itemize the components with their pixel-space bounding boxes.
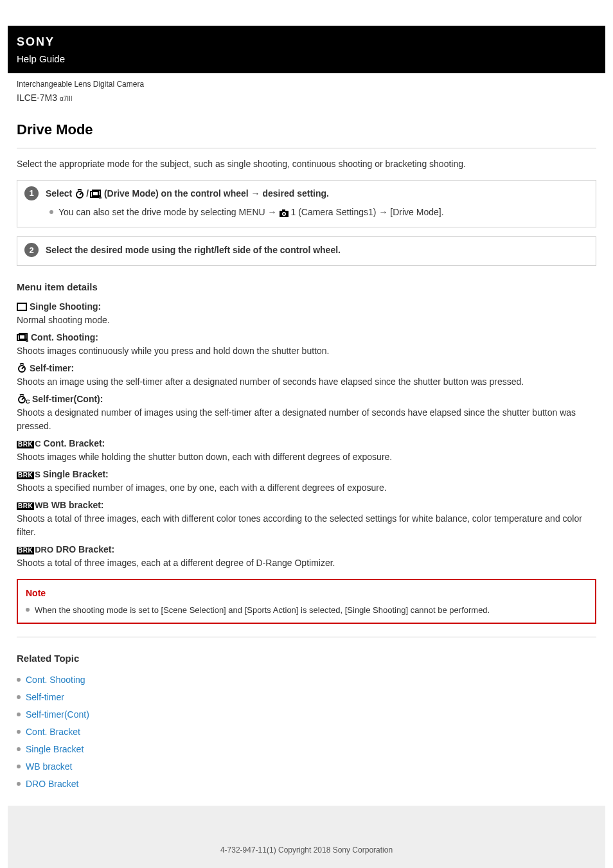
bullet-dot: [17, 713, 21, 716]
divider: [17, 637, 596, 637]
related-link-dro-bracket[interactable]: DRO Bracket: [26, 777, 78, 791]
mode-cont-shooting-desc: Shoots images continuously while you pre…: [17, 344, 596, 358]
bullet-dot: [26, 608, 30, 612]
mode-self-timer: Self-timer: Shoots an image using the se…: [17, 362, 596, 389]
step-1-sub-suffix: (Camera Settings1) → [Drive Mode].: [298, 207, 443, 217]
single-shooting-icon: [17, 303, 27, 311]
bullet-dot: [17, 782, 21, 786]
help-guide-label: Help Guide: [17, 53, 65, 64]
step-1-title-suffix: (Drive Mode) on the control wheel → desi…: [104, 188, 329, 199]
footer-spacer: [8, 806, 605, 831]
brk-badge: BRK: [17, 502, 34, 510]
mode-dro-bracket-name: DRO Bracket:: [56, 543, 114, 556]
footer: 4-732-947-11(1) Copyright 2018 Sony Corp…: [8, 831, 605, 868]
list-item: Self-timer: [17, 689, 596, 706]
product-model-sub: α7III: [60, 95, 73, 102]
related-link-cont-bracket[interactable]: Cont. Bracket: [26, 725, 80, 739]
brk-suffix-s: S: [35, 470, 40, 479]
self-timer-icon: [75, 189, 85, 199]
mode-single-bracket-desc: Shoots a specified number of images, one…: [17, 481, 596, 495]
list-item: WB bracket: [17, 758, 596, 775]
mode-dro-bracket: BRKDRO DRO Bracket: Shoots a total of th…: [17, 543, 596, 570]
step-2-box: 2 Select the desired mode using the righ…: [17, 236, 596, 266]
step-1-box: 1 Select /: [17, 180, 596, 228]
slash-separator: /: [86, 187, 89, 200]
drive-mode-icon-group: /: [75, 187, 102, 200]
mode-self-timer-cont-name: Self-timer(Cont):: [32, 393, 103, 406]
brk-badge: BRK: [17, 547, 34, 554]
list-item: Cont. Shooting: [17, 671, 596, 689]
mode-cont-shooting-name: Cont. Shooting:: [31, 331, 98, 344]
svg-rect-9: [17, 303, 26, 310]
cont-shooting-icon: [90, 190, 102, 199]
mode-wb-bracket-name: WB bracket:: [51, 499, 104, 512]
list-item: Cont. Bracket: [17, 723, 596, 741]
bullet-dot: [17, 695, 21, 699]
product-model-code: ILCE-7M3: [17, 93, 57, 103]
footer-text: 4-732-947-11(1) Copyright 2018 Sony Corp…: [220, 846, 393, 855]
brk-suffix-c: C: [35, 439, 40, 448]
related-link-single-bracket[interactable]: Single Bracket: [26, 743, 84, 756]
mode-self-timer-cont-desc: Shoots a designated number of images usi…: [17, 406, 596, 433]
step-2-title: Select the desired mode using the right/…: [46, 244, 588, 257]
brk-suffix-wb: WB: [35, 500, 49, 510]
brk-s-icon: BRKS: [17, 468, 40, 481]
step-1-title-prefix: Select: [46, 188, 75, 199]
mode-wb-bracket-desc: Shoots a total of three images, each wit…: [17, 512, 596, 539]
mode-single-shooting-name: Single Shooting:: [30, 300, 101, 314]
note-item: When the shooting mode is set to [Scene …: [26, 604, 587, 617]
mode-self-timer-name: Self-timer:: [30, 362, 74, 375]
camera-settings1-number: 1: [290, 207, 296, 217]
list-item: Self-timer(Cont): [17, 706, 596, 723]
bullet-dot: [17, 678, 21, 682]
divider: [17, 148, 596, 148]
note-box: Note When the shooting mode is set to [S…: [17, 579, 596, 624]
mode-single-bracket: BRKS Single Bracket: Shoots a specified …: [17, 468, 596, 495]
camera-settings1-icon: [279, 209, 290, 218]
mode-list: Single Shooting: Normal shooting mode. C…: [17, 300, 596, 570]
mode-self-timer-desc: Shoots an image using the self-timer aft…: [17, 375, 596, 389]
mode-dro-bracket-desc: Shoots a total of three images, each at …: [17, 556, 596, 570]
mode-cont-shooting: Cont. Shooting: Shoots images continuous…: [17, 331, 596, 358]
related-link-wb-bracket[interactable]: WB bracket: [26, 760, 72, 774]
mode-cont-bracket: BRKC Cont. Bracket: Shoots images while …: [17, 437, 596, 464]
mode-cont-bracket-name: Cont. Bracket:: [44, 437, 105, 450]
mode-wb-bracket: BRKWB WB bracket: Shoots a total of thre…: [17, 499, 596, 539]
step-1-title: Select / (Drive Mode): [46, 187, 588, 201]
self-timer-icon: [17, 363, 27, 373]
cont-shooting-icon: [17, 333, 28, 342]
brk-wb-icon: BRKWB: [17, 499, 49, 512]
svg-point-8: [283, 213, 285, 215]
bullet-dot: [17, 730, 21, 734]
brk-c-icon: BRKC: [17, 437, 41, 450]
list-item: Single Bracket: [17, 741, 596, 758]
brk-dro-icon: BRKDRO: [17, 543, 53, 556]
related-link-cont-shooting[interactable]: Cont. Shooting: [26, 673, 85, 687]
brk-badge: BRK: [17, 472, 34, 479]
step-2-number: 2: [24, 243, 39, 257]
svg-text:C: C: [26, 398, 30, 404]
brk-badge: BRK: [17, 441, 34, 448]
mode-self-timer-cont: C Self-timer(Cont): Shoots a designated …: [17, 393, 596, 433]
self-timer-cont-icon: C: [17, 394, 30, 404]
step-1-number: 1: [24, 186, 39, 200]
menu-details-heading: Menu item details: [17, 280, 596, 295]
intro-text: Select the appropriate mode for the subj…: [17, 157, 596, 171]
related-link-self-timer-cont[interactable]: Self-timer(Cont): [26, 708, 89, 722]
page-title: Drive Mode: [17, 119, 596, 140]
product-model: ILCE-7M3 α7III: [17, 91, 596, 105]
mode-single-shooting-desc: Normal shooting mode.: [17, 314, 596, 327]
header-bar: SONY Help Guide: [8, 26, 605, 73]
mode-cont-bracket-desc: Shoots images while holding the shutter …: [17, 450, 596, 464]
step-1-sub-text: You can also set the drive mode by selec…: [58, 206, 444, 219]
related-link-self-timer[interactable]: Self-timer: [26, 691, 64, 704]
product-meta: Interchangeable Lens Digital Camera ILCE…: [8, 73, 605, 110]
svg-rect-6: [282, 209, 285, 211]
note-item-text: When the shooting mode is set to [Scene …: [35, 604, 490, 617]
step-1-sub-bullet: You can also set the drive mode by selec…: [46, 206, 588, 219]
product-type: Interchangeable Lens Digital Camera: [17, 78, 596, 90]
step-1-sub-prefix: You can also set the drive mode by selec…: [58, 207, 279, 217]
bullet-dot: [49, 210, 53, 214]
mode-single-shooting: Single Shooting: Normal shooting mode.: [17, 300, 596, 327]
list-item: DRO Bracket: [17, 775, 596, 793]
